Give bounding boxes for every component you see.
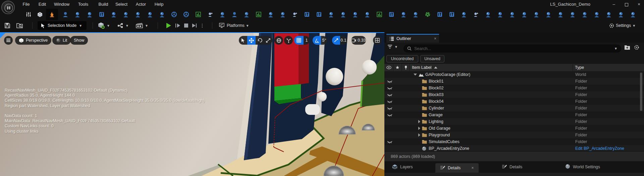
outliner-row-block04[interactable]: Block04Folder [384, 98, 644, 105]
outliner-row-gaprotogarage-editor-[interactable]: GAProtoGarage (Editor)World [384, 71, 644, 78]
play-from-here-button[interactable] [174, 20, 181, 31]
camera-plugin-icon[interactable] [158, 10, 166, 19]
rotation-snap-toggle[interactable] [313, 36, 321, 45]
select-tool[interactable] [239, 36, 247, 45]
outliner-row-playground[interactable]: PlaygroundFolder [384, 132, 644, 138]
outliner-settings-icon[interactable] [634, 45, 639, 51]
heart-box-plugin-icon[interactable] [303, 10, 311, 19]
browse-content-button[interactable] [16, 20, 23, 31]
wheel-plugin-icon[interactable] [182, 10, 191, 19]
minimize-button[interactable]: – [609, 0, 619, 9]
scale-snap-toggle[interactable] [332, 36, 340, 45]
show-dropdown[interactable]: Show [70, 36, 88, 45]
camera-plugin-icon[interactable] [411, 10, 420, 19]
camera-plugin-icon[interactable] [556, 10, 565, 19]
sparkle-plugin-icon[interactable] [472, 10, 480, 19]
menu-file[interactable]: File [23, 0, 30, 9]
marketplace-icon[interactable] [36, 10, 44, 19]
camera-plugin-icon[interactable] [460, 10, 468, 19]
type-column-header[interactable]: Type [573, 64, 644, 71]
tab-close-icon[interactable]: × [471, 166, 474, 170]
camera-plugin-icon[interactable] [629, 10, 637, 19]
filter-button-uncontrolled[interactable]: Uncontrolled [386, 55, 418, 62]
chart-plugin-icon[interactable] [254, 10, 263, 19]
heart-box-plugin-icon[interactable] [315, 10, 323, 19]
pin-column-header[interactable] [402, 64, 410, 71]
camera-speed-control[interactable]: 0.33 [351, 36, 366, 45]
favorite-column-header[interactable] [393, 64, 402, 71]
surface-snapping-toggle[interactable] [284, 36, 293, 45]
heart-box-plugin-icon[interactable] [447, 10, 456, 19]
camera-plugin-icon[interactable] [484, 10, 492, 19]
camera-plugin-icon[interactable] [218, 10, 227, 19]
viewport-layout-button[interactable] [373, 36, 382, 45]
search-options-chevron[interactable]: ▼ [614, 47, 618, 50]
add-folder-icon[interactable] [624, 45, 630, 51]
camera-plugin-icon[interactable] [242, 10, 251, 19]
camera-plugin-icon[interactable] [327, 10, 335, 19]
item-label-column-header[interactable]: Item Label [410, 64, 573, 71]
camera-plugin-icon[interactable] [109, 10, 118, 19]
eye-closed-icon[interactable] [387, 106, 392, 111]
outliner-row-block01[interactable]: Block01Folder [384, 78, 644, 85]
camera-plugin-icon[interactable] [532, 10, 541, 19]
world-local-toggle[interactable] [274, 36, 283, 45]
menu-help[interactable]: Help [155, 0, 164, 9]
expand-closed-icon[interactable] [418, 127, 420, 130]
camera-plugin-icon[interactable] [508, 10, 517, 19]
visibility-column-header[interactable] [384, 64, 393, 71]
camera-plugin-icon[interactable] [363, 10, 372, 19]
search-input[interactable]: Search... ▼ [404, 45, 621, 52]
filter-button-unsaved[interactable]: Unsaved [420, 55, 444, 62]
soccer-plugin-icon[interactable] [423, 10, 432, 19]
panel-tab-layers[interactable]: Layers [387, 161, 418, 173]
camera-plugin-icon[interactable] [496, 10, 504, 19]
outliner-row-old-garage[interactable]: Old GarageFolder [384, 125, 644, 132]
settings-dropdown[interactable]: Settings ▼ [609, 20, 636, 31]
grid-snap-toggle[interactable] [294, 36, 304, 45]
eye-closed-icon[interactable] [387, 140, 392, 145]
panel-tab-details-2[interactable]: Details [497, 161, 527, 173]
editor-preferences-icon[interactable] [24, 10, 33, 19]
play-options-kebab[interactable]: ⋮ [200, 20, 205, 31]
camera-plugin-icon[interactable] [266, 10, 275, 19]
heart-box-plugin-icon[interactable] [97, 10, 106, 19]
expand-closed-icon[interactable] [418, 120, 420, 123]
play-button[interactable] [165, 20, 172, 31]
menu-build[interactable]: Build [99, 0, 108, 9]
camera-plugin-icon[interactable] [616, 10, 625, 19]
heart-box-plugin-icon[interactable] [435, 10, 444, 19]
camera-plugin-icon[interactable] [85, 10, 94, 19]
outliner-tab-close-icon[interactable]: × [434, 36, 436, 41]
person-plugin-icon[interactable] [230, 10, 239, 19]
camera-plugin-icon[interactable] [604, 10, 613, 19]
perspective-dropdown[interactable]: Perspective [15, 36, 51, 45]
blueprints-button[interactable]: ▼ [117, 20, 129, 31]
camera-plugin-icon[interactable] [592, 10, 601, 19]
expand-open-icon[interactable] [414, 74, 417, 76]
skip-button[interactable] [191, 20, 198, 31]
move-tool[interactable] [247, 36, 256, 45]
viewport-3d[interactable]: Perspective Lit Show [0, 32, 384, 176]
selection-mode-dropdown[interactable]: Selection Mode ▼ [38, 21, 87, 30]
expand-closed-icon[interactable] [418, 133, 420, 137]
camera-plugin-icon[interactable] [121, 10, 130, 19]
chart-plugin-icon[interactable] [194, 10, 203, 19]
outliner-row-block03[interactable]: Block03Folder [384, 91, 644, 98]
cinematics-button[interactable]: ▼ [136, 20, 148, 31]
camera-plugin-icon[interactable] [351, 10, 360, 19]
scale-tool[interactable] [264, 36, 272, 45]
platforms-dropdown[interactable]: Platforms ▼ [219, 20, 249, 31]
camera-plugin-icon[interactable] [339, 10, 347, 19]
camera-plugin-icon[interactable] [73, 10, 82, 19]
eye-closed-icon[interactable] [387, 113, 392, 118]
sparkle-plugin-icon[interactable] [290, 10, 299, 19]
maximize-button[interactable] [622, 0, 632, 9]
menu-select[interactable]: Select [115, 0, 127, 9]
flame-tool-icon[interactable] [48, 10, 56, 19]
outliner-row-bp-arcadeentryzone[interactable]: BP_ArcadeEntryZoneEdit BP_ArcadeEntryZon… [384, 145, 644, 151]
heart-box-plugin-icon[interactable] [387, 10, 396, 19]
outliner-filter-button[interactable]: ▼ [387, 44, 398, 49]
eye-closed-icon[interactable] [387, 86, 392, 91]
menu-window[interactable]: Window [54, 0, 69, 9]
